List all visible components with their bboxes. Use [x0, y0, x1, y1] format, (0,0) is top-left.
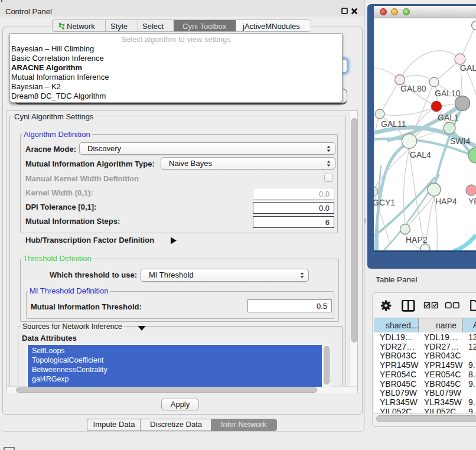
svg-text:GAL2: GAL2 [460, 63, 476, 73]
svg-text:YE: YE [468, 197, 476, 206]
svg-text:GAL4: GAL4 [410, 150, 431, 159]
svg-text:GAL11: GAL11 [381, 119, 406, 129]
svg-text:GCY1: GCY1 [374, 198, 395, 207]
svg-text:HAP2: HAP2 [406, 235, 428, 244]
svg-text:GAL10: GAL10 [435, 89, 461, 98]
svg-text:GAL1: GAL1 [438, 113, 459, 122]
svg-text:SWI4: SWI4 [450, 136, 470, 146]
svg-text:HAP4: HAP4 [435, 197, 457, 206]
svg-text:GAL80: GAL80 [400, 84, 426, 93]
